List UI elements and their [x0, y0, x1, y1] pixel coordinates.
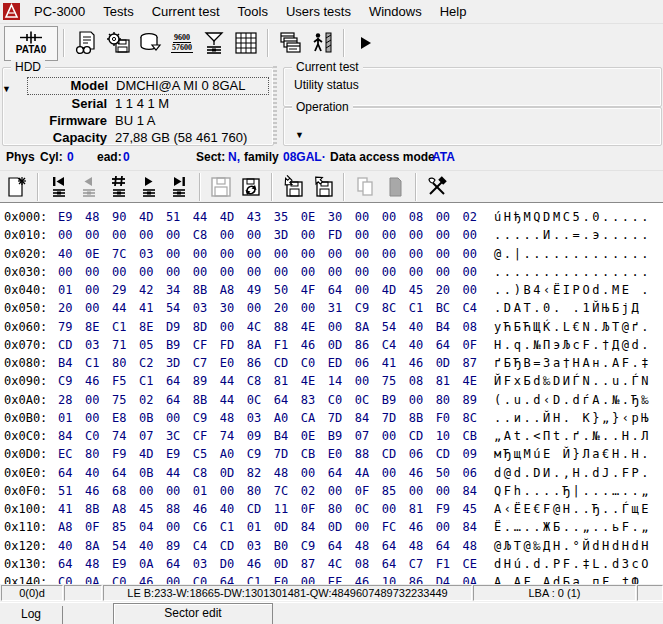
menu-item[interactable]: Windows [360, 1, 431, 22]
goto-sector-button[interactable] [104, 173, 134, 201]
hex-row-bytes[interactable]: 64 40 64 0B 44 C8 0D 82 48 00 64 4A 00 4… [58, 466, 477, 480]
load-from-file-button[interactable] [278, 173, 308, 201]
hex-row[interactable]: 0x030:00 00 00 00 00 00 00 00 00 00 00 0… [0, 263, 663, 281]
hex-row-ascii[interactable]: d@d.DИ.‚H.dJ.FP. [494, 464, 651, 482]
hex-row-ascii[interactable]: ЙFхБd‰DИЃN..u.ЃN [494, 372, 651, 390]
hex-row-ascii[interactable]: yЋБЋЩЌ.L€N.ЉT@ґ. [494, 318, 651, 336]
hex-row[interactable]: 0x010:00 00 00 00 00 C8 00 00 3D 00 FD 0… [0, 226, 663, 244]
exit-button[interactable] [306, 28, 338, 58]
hex-row-ascii[interactable]: мЂщMúЕ Й}Ла€Н.Н. [494, 445, 651, 463]
hex-row[interactable]: 0x050:20 00 44 41 54 03 30 00 20 00 31 C… [0, 299, 663, 317]
hex-row-ascii[interactable]: А.АF.АdБа.пF.†Ф. [494, 573, 651, 584]
test-report-button[interactable] [70, 28, 102, 58]
hex-row-ascii[interactable]: .....И..=.э..... [494, 226, 651, 244]
cascade-windows-button[interactable] [274, 28, 306, 58]
copy-button[interactable] [350, 173, 380, 201]
hex-row[interactable]: 0x020:40 0E 7C 03 00 00 00 00 00 00 00 0… [0, 245, 663, 263]
operation-dropdown[interactable]: ▼ [295, 130, 304, 140]
hex-row-bytes[interactable]: 79 8E C1 8E D9 8D 00 4C 88 4E 00 8A 54 4… [58, 320, 477, 334]
test-settings-button[interactable] [102, 28, 134, 58]
hex-row[interactable]: 0x090:C9 46 F5 C1 64 89 44 C8 81 4E 14 0… [0, 372, 663, 390]
hex-editor[interactable]: 0x000:E9 48 90 4D 51 44 4D 43 35 0E 30 0… [0, 202, 663, 584]
hex-row-ascii[interactable]: .DAT.0. .1ЙЊБјД [494, 299, 641, 317]
hex-row-ascii[interactable]: Ё.…..ЖБ..„..ьF.„ [494, 518, 651, 536]
hex-row-bytes[interactable]: E9 48 90 4D 51 44 4D 43 35 0E 30 00 00 0… [58, 210, 477, 224]
hex-row-ascii[interactable]: ..и..ЙH. К}„}‹рЊ [494, 409, 651, 427]
hex-row[interactable]: 0x110:A8 0F 85 04 00 C6 C1 01 0D 84 0D 0… [0, 518, 663, 536]
hex-row-bytes[interactable]: 00 00 00 00 00 C8 00 00 3D 00 FD 00 00 0… [58, 228, 477, 242]
previous-sector-button[interactable] [74, 173, 104, 201]
hex-row-bytes[interactable]: 00 00 00 00 00 00 00 00 00 00 00 00 00 0… [58, 265, 477, 279]
hex-row-ascii[interactable]: A‹ЁE€F@Н..Ђ..ЃщЕ [494, 500, 651, 518]
run-test-button[interactable] [350, 28, 382, 58]
hex-row[interactable]: 0x080:B4 C1 80 C2 3D C7 E0 86 CD C0 ED 0… [0, 354, 663, 372]
hex-row[interactable]: 0x0D0:EC 80 F9 4D E9 C5 A0 C9 7D CB E0 8… [0, 445, 663, 463]
write-sector-button[interactable] [206, 173, 236, 201]
hex-row-bytes[interactable]: 01 00 E8 0B 00 C9 48 03 A0 CA 7D 84 7D 8… [58, 411, 477, 425]
hex-row[interactable]: 0x000:E9 48 90 4D 51 44 4D 43 35 0E 30 0… [0, 208, 663, 226]
hex-row-bytes[interactable]: C0 0A C0 46 00 C0 64 C1 E0 00 EF 46 10 8… [58, 575, 477, 584]
hex-row[interactable]: 0x070:CD 03 71 05 B9 CF FD 8A F1 46 0D 8… [0, 336, 663, 354]
hex-row[interactable]: 0x120:40 8A 54 40 89 C4 CD 03 B0 C9 64 4… [0, 537, 663, 555]
hex-row-ascii[interactable]: QFh....Ђ|...…..„ [494, 482, 651, 500]
hex-row-bytes[interactable]: 01 00 29 42 34 8B A8 49 50 4F 64 00 4D 4… [58, 283, 477, 297]
hex-row-bytes[interactable]: CD 03 71 05 B9 CF FD 8A F1 46 0D 86 C4 4… [58, 338, 477, 352]
hex-row-bytes[interactable]: 28 00 75 02 64 8B 44 0C 64 83 C0 0C B9 0… [58, 393, 477, 407]
menu-item[interactable]: PC-3000 [25, 1, 94, 22]
hex-row-bytes[interactable]: A8 0F 85 04 00 C6 C1 01 0D 84 0D 00 FC 4… [58, 520, 477, 534]
menu-item[interactable]: Tests [94, 1, 142, 22]
hex-row[interactable]: 0x060:79 8E C1 8E D9 8D 00 4C 88 4E 00 8… [0, 318, 663, 336]
hex-row-ascii[interactable]: ґБЂВ=За†НАн.AF.‡ [494, 354, 651, 372]
jump-to-sector-button[interactable] [198, 28, 230, 58]
last-sector-button[interactable] [164, 173, 194, 201]
tab-log[interactable]: Log [0, 606, 63, 624]
menu-item[interactable]: Users tests [277, 1, 360, 22]
menu-item[interactable]: Help [431, 1, 476, 22]
menu-item[interactable]: Tools [229, 1, 277, 22]
panel-splitter[interactable] [273, 66, 277, 144]
hex-row[interactable]: 0x040:01 00 29 42 34 8B A8 49 50 4F 64 0… [0, 281, 663, 299]
hex-row[interactable]: 0x0B0:01 00 E8 0B 00 C9 48 03 A0 CA 7D 8… [0, 409, 663, 427]
sector-tools-button[interactable] [422, 173, 452, 201]
tab-sector-edit[interactable]: Sector edit [113, 603, 273, 624]
hex-row-ascii[interactable]: Н.q.№ПэЉсF.†Д@d. [494, 336, 651, 354]
save-to-file-button[interactable] [308, 173, 338, 201]
next-sector-button[interactable] [134, 173, 164, 201]
hex-row-bytes[interactable]: C9 46 F5 C1 64 89 44 C8 81 4E 14 00 75 0… [58, 374, 477, 388]
hex-row-bytes[interactable]: 84 C0 74 07 3C CF 74 09 B4 0E B9 07 00 C… [58, 429, 477, 443]
hdd-combo-dropdown[interactable]: ▼ [2, 84, 11, 94]
hex-row-ascii[interactable]: @ЉT@‰ДН.°ЙdHdHdH [494, 537, 651, 555]
terminal-baud-button[interactable]: 9600 57600 [166, 28, 198, 58]
hex-row-ascii[interactable]: @.|............. [494, 245, 651, 263]
paste-button[interactable] [380, 173, 410, 201]
hex-row-bytes[interactable]: 40 0E 7C 03 00 00 00 00 00 00 00 00 00 0… [58, 247, 477, 261]
database-button[interactable] [134, 28, 166, 58]
hex-row[interactable]: 0x100:41 8B A8 45 88 46 40 CD 11 0F 80 0… [0, 500, 663, 518]
clear-sector-button[interactable] [2, 173, 32, 201]
sector-map-button[interactable] [230, 28, 262, 58]
reread-sector-button[interactable] [236, 173, 266, 201]
hex-row-ascii[interactable]: ..)B4‹ЁIPOd.ME . [494, 281, 651, 299]
hex-row-address: 0x060: [4, 318, 53, 336]
hex-row-ascii[interactable]: ................ [494, 263, 651, 281]
hex-row[interactable]: 0x0A0:28 00 75 02 64 8B 44 0C 64 83 C0 0… [0, 391, 663, 409]
first-sector-button[interactable] [44, 173, 74, 201]
hex-row[interactable]: 0x140:C0 0A C0 46 00 C0 64 C1 E0 00 EF 4… [0, 573, 663, 584]
hex-row[interactable]: 0x0C0:84 C0 74 07 3C CF 74 09 B4 0E B9 0… [0, 427, 663, 445]
hex-row-bytes[interactable]: 41 8B A8 45 88 46 40 CD 11 0F 80 0C 00 8… [58, 502, 477, 516]
hex-row-ascii[interactable]: úHђMQDMC5.0..... [494, 208, 651, 226]
hex-row-ascii[interactable]: (.u.d‹D.dѓА.№.Ђ‰ [494, 391, 651, 409]
hex-row-bytes[interactable]: EC 80 F9 4D E9 C5 A0 C9 7D CB E0 88 CD 0… [58, 447, 477, 461]
hex-row-bytes[interactable]: 40 8A 54 40 89 C4 CD 03 B0 C9 64 48 64 4… [58, 539, 477, 553]
hex-row[interactable]: 0x130:64 48 E9 0A 64 03 D0 46 0D 87 4C 0… [0, 555, 663, 573]
hex-row-bytes[interactable]: 51 46 68 00 00 01 00 80 7C 02 00 0F 85 0… [58, 484, 477, 498]
hex-row-bytes[interactable]: 20 00 44 41 54 03 30 00 20 00 31 C9 8C C… [58, 301, 477, 315]
port-pata0-button[interactable]: PATA0 [4, 26, 58, 61]
menu-item[interactable]: Current test [143, 1, 229, 22]
hex-row[interactable]: 0x0E0:64 40 64 0B 44 C8 0D 82 48 00 64 4… [0, 464, 663, 482]
hex-row-ascii[interactable]: „Аt.<Пt.ґ.№..Н.Л [494, 427, 651, 445]
hex-row-bytes[interactable]: B4 C1 80 C2 3D C7 E0 86 CD C0 ED 06 41 4… [58, 356, 477, 370]
hex-row[interactable]: 0x0F0:51 46 68 00 00 01 00 80 7C 02 00 0… [0, 482, 663, 500]
hex-row-ascii[interactable]: dHú.d.РF.‡L.dЗсО [494, 555, 651, 573]
hex-row-bytes[interactable]: 64 48 E9 0A 64 03 D0 46 0D 87 4C 08 64 C… [58, 557, 477, 571]
